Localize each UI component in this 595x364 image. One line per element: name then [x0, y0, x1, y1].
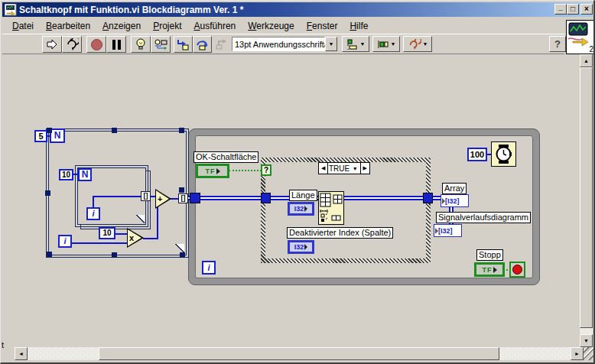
menu-ausfuehren[interactable]: Ausführen — [189, 19, 242, 33]
delete-from-array-icon — [319, 192, 343, 224]
selection-handle[interactable] — [179, 128, 184, 133]
wire[interactable] — [93, 196, 141, 197]
pause-button[interactable] — [106, 36, 126, 53]
laenge-terminal[interactable]: I32 — [288, 202, 314, 216]
delete-from-array-function[interactable] — [318, 191, 344, 225]
retain-wire-values-button[interactable] — [151, 36, 171, 53]
font-dropdown-button[interactable]: ▼ — [325, 37, 337, 51]
step-out-button[interactable] — [212, 36, 229, 53]
laenge-label[interactable]: Länge — [289, 190, 317, 201]
case-selector-label[interactable]: ◀ TRUE ▼ ▶ — [318, 162, 370, 174]
loop-condition-terminal[interactable] — [509, 262, 525, 278]
distribute-objects-icon — [377, 39, 389, 50]
title-bar[interactable]: Schaltknopf mit Funktion.vi Blockdiagram… — [2, 2, 593, 17]
numeric-constant-10[interactable]: 10 — [59, 169, 73, 180]
scroll-down-button[interactable]: ▼ — [580, 334, 593, 347]
help-button[interactable]: ? — [549, 36, 566, 52]
case-selector-terminal[interactable]: ? — [261, 164, 271, 176]
numeric-constant-100[interactable]: 100 — [467, 148, 487, 161]
boolean-wire[interactable] — [229, 170, 262, 171]
selection-handle[interactable] — [112, 252, 117, 258]
loop-tunnel[interactable] — [190, 193, 200, 203]
iteration-terminal-inner[interactable]: i — [86, 207, 100, 220]
labview-window: Schaltknopf mit Funktion.vi Blockdiagram… — [0, 0, 595, 364]
deaktivierter-index-terminal[interactable]: I32 — [288, 240, 314, 254]
stopp-terminal[interactable]: TF — [474, 262, 505, 277]
step-out-icon — [215, 39, 227, 50]
clock-icon — [492, 142, 515, 166]
wire[interactable] — [115, 233, 128, 235]
menu-hilfe[interactable]: Hilfe — [344, 19, 373, 33]
numeric-constant-5[interactable]: 5 — [34, 130, 47, 142]
arrow-left-icon: ◄ — [18, 351, 24, 356]
distribute-objects-button[interactable]: ▼ — [372, 36, 400, 52]
wait-ms-function[interactable] — [491, 141, 516, 167]
ok-button-label[interactable]: OK-Schaltfläche — [193, 151, 258, 163]
array-indicator-label[interactable]: Array — [442, 183, 467, 194]
menu-bar: Datei Bearbeiten Anzeigen Projekt Ausfüh… — [2, 18, 564, 34]
selection-handle[interactable] — [47, 128, 52, 133]
clipped-label-fragment: t — [2, 340, 4, 349]
iteration-terminal-while[interactable]: i — [202, 261, 216, 275]
run-continuous-button[interactable] — [62, 36, 82, 53]
menu-anzeigen[interactable]: Anzeigen — [97, 19, 146, 33]
menu-werkzeuge[interactable]: Werkzeuge — [242, 19, 299, 33]
count-terminal-inner[interactable]: N — [78, 168, 92, 181]
scroll-right-button[interactable]: ► — [571, 347, 584, 360]
menu-fenster[interactable]: Fenster — [301, 19, 343, 33]
font-selector[interactable]: 13pt Anwendungsschriftart — [232, 37, 325, 51]
horizontal-scroll-thumb[interactable] — [99, 347, 499, 360]
stop-icon — [512, 265, 522, 275]
scroll-left-button[interactable]: ◄ — [15, 347, 28, 360]
selection-handle[interactable] — [180, 252, 185, 258]
case-previous-icon[interactable]: ◀ — [319, 163, 328, 174]
selection-handle[interactable] — [179, 187, 184, 193]
ok-button-terminal[interactable]: TF — [196, 164, 229, 178]
stopp-label[interactable]: Stopp — [476, 249, 503, 261]
deaktivierter-index-label[interactable]: Deaktivierter Index (Spalte) — [287, 227, 393, 239]
selection-handle[interactable] — [112, 128, 117, 133]
close-button[interactable]: × — [580, 4, 593, 15]
signal-chart-label[interactable]: Signalverlaufsdiagramm — [436, 212, 531, 223]
abort-icon — [91, 39, 102, 50]
step-over-button[interactable] — [193, 36, 212, 53]
resize-grip[interactable] — [584, 347, 594, 360]
wire[interactable] — [143, 238, 158, 239]
control-arrow-icon — [216, 168, 220, 174]
wire[interactable] — [157, 203, 158, 239]
highlight-execution-button[interactable] — [131, 36, 151, 53]
vertical-scroll-thumb[interactable] — [580, 67, 593, 328]
iteration-terminal-outer[interactable]: i — [58, 235, 72, 248]
index-tunnel-outer[interactable]: [] — [178, 193, 188, 203]
reorder-button[interactable]: ▼ — [403, 36, 432, 52]
align-objects-button[interactable]: ▼ — [342, 36, 369, 52]
abort-button[interactable] — [86, 36, 106, 53]
menu-datei[interactable]: Datei — [7, 19, 39, 33]
count-terminal-outer[interactable]: N — [50, 128, 65, 143]
arrow-right-icon: ► — [574, 351, 580, 356]
wire[interactable] — [71, 242, 128, 244]
signal-chart-terminal[interactable]: [I32] — [434, 224, 462, 237]
reorder-icon — [408, 39, 421, 50]
selection-handle[interactable] — [45, 190, 50, 196]
selection-handle[interactable] — [47, 252, 52, 257]
array-wire[interactable] — [342, 196, 426, 200]
menu-bearbeiten[interactable]: Bearbeiten — [41, 19, 96, 33]
chevron-down-icon: ▼ — [423, 41, 428, 47]
case-selector-value[interactable]: TRUE — [328, 164, 350, 173]
step-into-button[interactable] — [174, 36, 193, 53]
minimize-button[interactable]: _ — [554, 4, 567, 15]
case-tunnel-left[interactable] — [261, 193, 271, 203]
menu-projekt[interactable]: Projekt — [148, 19, 187, 33]
index-tunnel-inner[interactable]: [] — [141, 191, 151, 201]
vi-icon-panel[interactable]: 2 — [566, 20, 595, 54]
maximize-button[interactable]: □ — [567, 4, 579, 15]
scroll-up-button[interactable]: ▲ — [580, 54, 593, 67]
case-dropdown-icon[interactable]: ▼ — [350, 163, 360, 174]
case-tunnel-right[interactable] — [423, 193, 433, 203]
run-button[interactable] — [42, 36, 62, 53]
run-icon — [46, 39, 58, 50]
case-next-icon[interactable]: ▶ — [360, 163, 369, 174]
array-indicator-terminal[interactable]: [I32] — [441, 194, 469, 207]
numeric-constant-10b[interactable]: 10 — [99, 227, 115, 239]
